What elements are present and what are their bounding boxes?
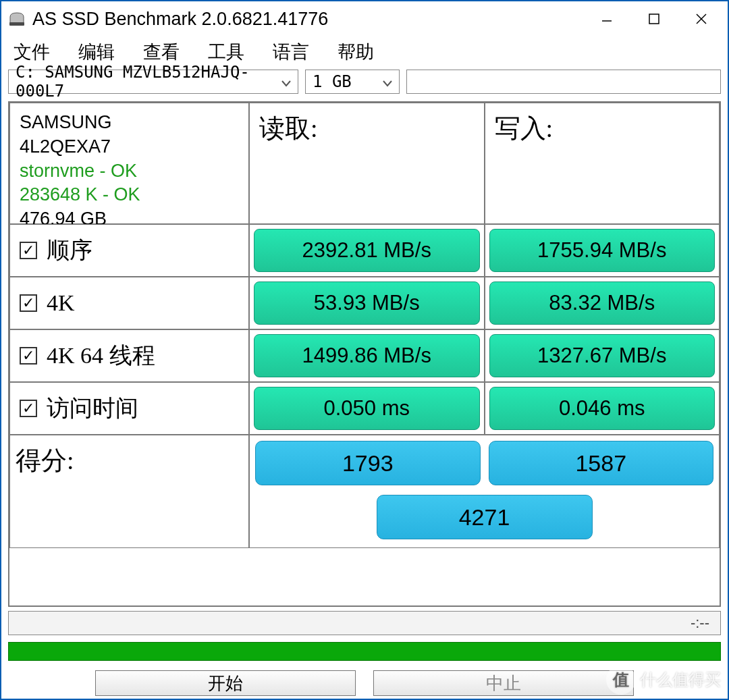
progress-time: -:-- [691, 614, 709, 632]
row-4k-read: 53.93 MB/s [249, 277, 485, 329]
header-read: 读取: [249, 103, 485, 224]
row-seq-write: 1755.94 MB/s [485, 224, 720, 277]
score-write: 1587 [489, 441, 714, 485]
app-icon [7, 11, 27, 27]
drive-driver: stornvme - OK [20, 160, 137, 183]
toolbar: C: SAMSUNG MZVLB512HAJQ-000L7 1 GB [1, 68, 728, 100]
drive-select[interactable]: C: SAMSUNG MZVLB512HAJQ-000L7 [8, 70, 298, 94]
row-4k64-label: ✓ 4K 64 线程 [9, 329, 249, 382]
row-access-checkbox[interactable]: ✓ [20, 400, 37, 417]
menu-file[interactable]: 文件 [11, 38, 53, 65]
size-select-value: 1 GB [313, 72, 352, 91]
score-label: 得分: [9, 435, 249, 548]
close-button[interactable] [678, 1, 725, 36]
4k-read-value: 53.93 MB/s [254, 281, 480, 325]
4k64-read-value: 1499.86 MB/s [254, 334, 480, 377]
drive-info-cell: SAMSUNG 4L2QEXA7 stornvme - OK 283648 K … [9, 103, 249, 224]
seq-write-value: 1755.94 MB/s [489, 229, 716, 272]
size-select[interactable]: 1 GB [305, 70, 400, 94]
row-access-text: 访问时间 [47, 397, 138, 420]
row-4k64-read: 1499.86 MB/s [249, 329, 485, 382]
progress-bar: -:-- [8, 611, 721, 635]
row-4k-label: ✓ 4K [9, 277, 249, 329]
row-access-label: ✓ 访问时间 [9, 382, 249, 435]
row-4k64-write: 1327.67 MB/s [485, 329, 720, 382]
row-seq-text: 顺序 [47, 239, 92, 262]
path-field[interactable] [406, 70, 721, 94]
access-read-value: 0.050 ms [254, 387, 480, 430]
completion-bar [8, 642, 721, 661]
minimize-button[interactable] [583, 1, 630, 36]
menu-language[interactable]: 语言 [270, 38, 312, 65]
chevron-down-icon [375, 72, 392, 91]
status-area: -:-- [8, 607, 721, 661]
score-read: 1793 [255, 441, 481, 485]
score-total: 4271 [377, 495, 593, 539]
drive-model: 4L2QEXA7 [20, 136, 111, 159]
titlebar: AS SSD Benchmark 2.0.6821.41776 [1, 1, 728, 36]
start-button[interactable]: 开始 [95, 670, 356, 696]
row-4k64-checkbox[interactable]: ✓ [20, 347, 37, 365]
header-write: 写入: [485, 103, 720, 224]
drive-alignment: 283648 K - OK [20, 184, 140, 207]
menu-edit[interactable]: 编辑 [76, 38, 117, 65]
row-4k-text: 4K [47, 292, 75, 315]
seq-read-value: 2392.81 MB/s [254, 229, 480, 272]
window-root: AS SSD Benchmark 2.0.6821.41776 文件 编辑 查看… [0, 0, 729, 700]
menu-help[interactable]: 帮助 [335, 38, 377, 65]
row-access-write: 0.046 ms [485, 382, 720, 435]
row-4k64-text: 4K 64 线程 [47, 344, 155, 367]
window-title: AS SSD Benchmark 2.0.6821.41776 [32, 9, 583, 30]
stop-button[interactable]: 中止 [373, 670, 634, 696]
row-seq-checkbox[interactable]: ✓ [20, 242, 37, 259]
drive-select-value: C: SAMSUNG MZVLB512HAJQ-000L7 [16, 63, 273, 101]
maximize-button[interactable] [630, 1, 678, 36]
access-write-value: 0.046 ms [489, 387, 716, 430]
row-4k-checkbox[interactable]: ✓ [20, 294, 37, 312]
4k64-write-value: 1327.67 MB/s [489, 334, 716, 377]
row-access-read: 0.050 ms [249, 382, 485, 435]
row-seq-read: 2392.81 MB/s [249, 224, 485, 277]
chevron-down-icon [273, 72, 291, 91]
results-grid: SAMSUNG 4L2QEXA7 stornvme - OK 283648 K … [8, 101, 721, 607]
menu-tools[interactable]: 工具 [205, 38, 247, 65]
row-seq-label: ✓ 顺序 [9, 224, 249, 277]
svg-rect-0 [9, 22, 24, 26]
button-row: 开始 中止 [1, 661, 728, 699]
drive-vendor: SAMSUNG [20, 111, 112, 134]
row-4k-write: 83.32 MB/s [485, 277, 720, 329]
svg-rect-2 [649, 14, 659, 24]
score-block: 1793 1587 4271 [249, 435, 720, 548]
4k-write-value: 83.32 MB/s [489, 281, 716, 325]
menu-view[interactable]: 查看 [140, 38, 182, 65]
